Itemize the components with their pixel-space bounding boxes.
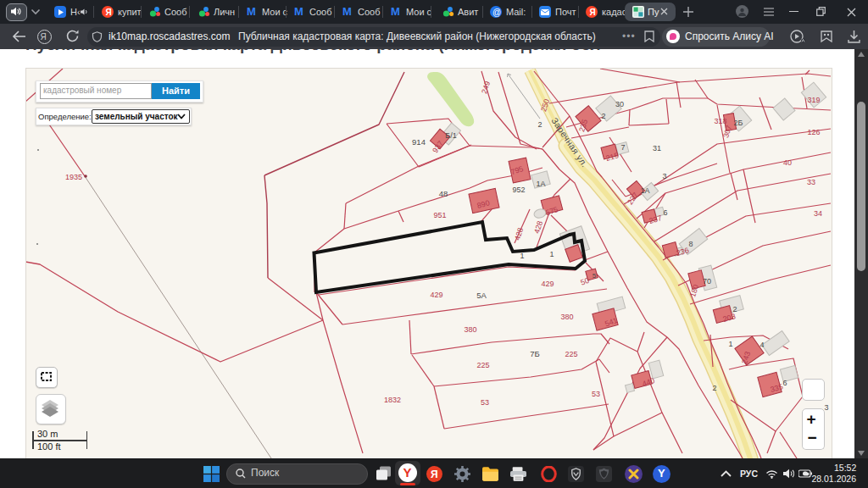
svg-text:33: 33 — [807, 178, 815, 186]
svg-text:2: 2 — [732, 305, 737, 313]
svg-text:30: 30 — [615, 100, 624, 108]
svg-text:7Б: 7Б — [530, 349, 540, 358]
svg-text:2: 2 — [601, 112, 605, 120]
svg-text:319: 319 — [807, 96, 820, 104]
svg-text:48: 48 — [439, 189, 448, 198]
svg-text:31: 31 — [653, 144, 661, 152]
svg-text:1: 1 — [520, 252, 524, 260]
svg-text:1А: 1А — [640, 186, 649, 195]
svg-text:1: 1 — [549, 250, 554, 258]
svg-text:2: 2 — [537, 120, 542, 129]
svg-text:225: 225 — [565, 350, 577, 358]
svg-text:34: 34 — [814, 209, 822, 218]
svg-text:53: 53 — [481, 398, 489, 407]
svg-text:1А: 1А — [536, 180, 545, 188]
svg-text:2: 2 — [712, 384, 716, 392]
svg-text:5: 5 — [593, 272, 597, 280]
svg-text:53: 53 — [592, 390, 600, 398]
svg-text:6: 6 — [782, 379, 787, 387]
svg-text:8: 8 — [688, 240, 693, 248]
svg-text:6: 6 — [663, 208, 667, 217]
svg-text:3: 3 — [824, 403, 828, 412]
svg-text:40: 40 — [783, 158, 792, 167]
svg-text:380: 380 — [560, 313, 573, 321]
svg-text:126: 126 — [807, 128, 820, 136]
svg-text:380: 380 — [464, 325, 476, 334]
svg-text:3: 3 — [662, 172, 666, 180]
svg-text:Б/1: Б/1 — [445, 131, 456, 140]
svg-text:70: 70 — [703, 277, 711, 286]
svg-text:429: 429 — [541, 280, 554, 288]
svg-text:7: 7 — [620, 143, 625, 152]
svg-text:1: 1 — [728, 340, 732, 348]
svg-text:1935: 1935 — [65, 173, 82, 181]
svg-text:2Б: 2Б — [734, 119, 743, 127]
svg-text:429: 429 — [430, 291, 442, 299]
svg-text:952: 952 — [512, 186, 525, 194]
svg-text:4: 4 — [760, 341, 764, 349]
svg-text:1832: 1832 — [384, 396, 401, 404]
svg-text:225: 225 — [476, 361, 489, 369]
svg-text:951: 951 — [433, 211, 446, 219]
svg-text:5А: 5А — [476, 291, 487, 300]
svg-text:914: 914 — [412, 137, 426, 147]
